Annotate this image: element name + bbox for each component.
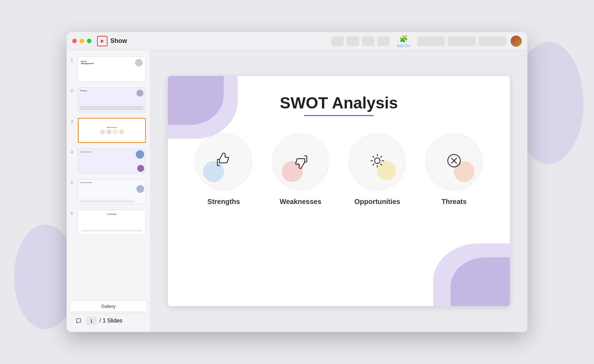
slide-thumb-2[interactable]: 2 Process (69, 85, 147, 114)
puzzle-icon: 🧩 (399, 35, 408, 43)
toolbar-btn-3[interactable] (362, 36, 374, 46)
slide-preview-5: Corporate Events (78, 179, 146, 204)
svg-line-6 (373, 157, 374, 158)
slide-thumb-1[interactable]: 1 EventManagement (69, 54, 147, 84)
action-buttons (417, 36, 506, 46)
app-name: Show (110, 37, 127, 45)
svg-line-8 (373, 164, 374, 165)
toolbar: Show 🧩 Add-On (91, 33, 522, 49)
swot-grid: Strengths (189, 134, 489, 206)
sidebar: 1 EventManagement 2 Process (67, 50, 150, 332)
toolbar-btn-2[interactable] (347, 36, 359, 46)
svg-point-1 (374, 158, 380, 164)
traffic-lights (72, 39, 91, 43)
slide-title: SWOT Analysis (280, 93, 398, 112)
x-circle-icon (445, 152, 463, 171)
swot-item-threats: Threats (423, 134, 485, 206)
comment-icon[interactable] (74, 316, 83, 326)
slide-num-2: 2 (71, 89, 75, 93)
svg-line-7 (381, 164, 382, 165)
swot-circle-threats (426, 134, 482, 189)
minimize-button[interactable] (80, 39, 84, 43)
svg-line-9 (381, 157, 382, 158)
toolbar-buttons (331, 36, 390, 46)
gallery-button[interactable]: Gallery (69, 301, 147, 312)
slide-thumb-5[interactable]: 5 Corporate Events (69, 177, 147, 206)
weaknesses-label: Weaknesses (280, 198, 321, 206)
slide-counter-bar: / 1 Slides (69, 313, 147, 328)
swot-item-opportunities: Opportunities (346, 134, 409, 206)
svg-marker-0 (101, 39, 104, 43)
swot-circle-opportunities (349, 134, 405, 189)
app-window: Show 🧩 Add-On (67, 32, 527, 332)
addon-button[interactable]: 🧩 Add-On (394, 33, 413, 49)
close-button[interactable] (72, 39, 77, 43)
slide-preview-2: Process (78, 87, 146, 112)
slide-editor: SWOT Analysis (150, 50, 527, 332)
addon-label: Add-On (397, 44, 410, 48)
swot-circle-weaknesses (273, 134, 328, 189)
opportunities-label: Opportunities (354, 198, 400, 206)
present-button[interactable] (417, 36, 445, 46)
titlebar: Show 🧩 Add-On (67, 32, 527, 50)
app-logo: Show (97, 36, 127, 46)
swot-item-strengths: Strengths (192, 134, 255, 206)
sun-icon (368, 152, 386, 171)
threats-label: Threats (441, 198, 467, 206)
slide-num-3: 3 (71, 119, 75, 123)
slide-preview-4: Types of Events (78, 149, 146, 174)
slide-canvas: SWOT Analysis (168, 76, 510, 306)
export-button[interactable] (478, 36, 506, 46)
maximize-button[interactable] (87, 39, 91, 43)
share-button[interactable] (448, 36, 476, 46)
swot-circle-strengths (196, 134, 252, 189)
slide-thumb-6[interactable]: 6 Conclusion (69, 208, 147, 237)
slide-num-5: 5 (71, 181, 75, 185)
current-slide-input[interactable] (86, 317, 97, 325)
thumbs-down-icon (291, 152, 310, 171)
slide-thumb-4[interactable]: 4 Types of Events (69, 146, 147, 176)
slide-thumb-3[interactable]: 3 SWOT Analysis (69, 116, 147, 145)
slide-num-4: 4 (71, 150, 75, 154)
swot-item-weaknesses: Weaknesses (269, 134, 332, 206)
slide-num-1: 1 (71, 58, 75, 62)
toolbar-btn-1[interactable] (331, 36, 344, 46)
main-content: 1 EventManagement 2 Process (67, 50, 527, 332)
slide-content: SWOT Analysis (168, 76, 510, 306)
title-underline (304, 115, 374, 116)
slide-total: / 1 Slides (99, 318, 122, 324)
user-avatar[interactable] (511, 36, 522, 47)
logo-icon (97, 36, 107, 46)
slide-preview-1: EventManagement (78, 56, 146, 82)
strengths-label: Strengths (207, 198, 240, 206)
slide-preview-6: Conclusion (78, 210, 146, 235)
toolbar-btn-4[interactable] (377, 36, 390, 46)
slide-preview-3: SWOT Analysis (78, 118, 146, 143)
slide-num-6: 6 (71, 211, 75, 215)
thumbs-up-icon (215, 152, 233, 171)
